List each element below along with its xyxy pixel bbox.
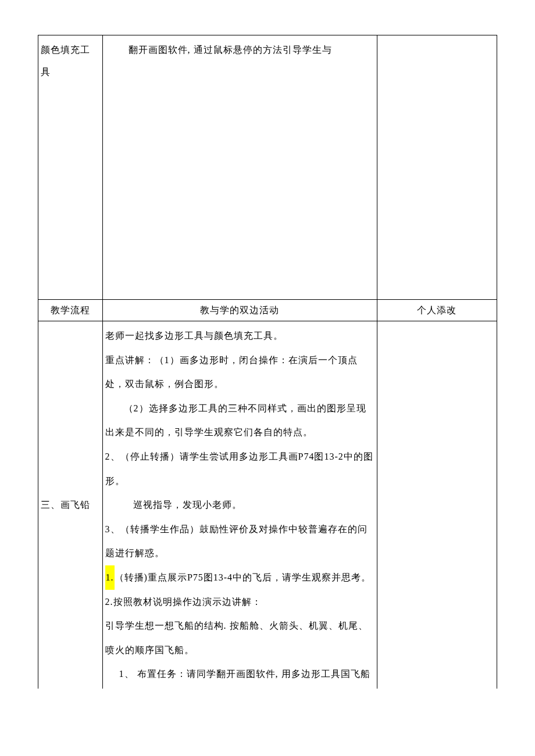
header-text: 教学流程 (51, 305, 90, 315)
text: （转播)重点展示P75图13-4中的飞后，请学生观察并思考。 (115, 572, 372, 582)
paragraph: 3、（转播学生作品）鼓励性评价及对操作中较普遍存在的问题进行解惑。 (105, 517, 374, 565)
cell-header-3: 个人添改 (377, 300, 497, 321)
document-page: 颜色填充工具 翻开画图软件, 通过鼠标悬停的方法引导学生与 教学流程 教与学的双… (0, 0, 535, 689)
text: 翻开画图软件, 通过鼠标悬停的方法引导学生与 (129, 45, 332, 55)
paragraph: 老师一起找多边形工具与颜色填充工具。 (105, 324, 374, 348)
section-label: 三、画飞铅 (41, 500, 90, 510)
body-content: 老师一起找多边形工具与颜色填充工具。 重点讲解：（1）画多边形时，闭台操作：在演… (103, 321, 377, 689)
header-text: 教与学的双边活动 (200, 305, 279, 315)
cell-r1c3 (377, 35, 497, 300)
table-row: 三、画飞铅 老师一起找多边形工具与颜色填充工具。 重点讲解：（1）画多边形时，闭… (38, 321, 497, 689)
paragraph: 巡视指导，发现小老师。 (105, 493, 374, 517)
paragraph: 1、 布置任务：请同学翻开画图软件, 用多边形工具国飞船 (105, 662, 374, 686)
cell-r3c2: 老师一起找多边形工具与颜色填充工具。 重点讲解：（1）画多边形时，闭台操作：在演… (102, 321, 377, 689)
table-header-row: 教学流程 教与学的双边活动 个人添改 (38, 300, 497, 321)
paragraph: 1.（转播)重点展示P75图13-4中的飞后，请学生观察并思考。 (105, 565, 374, 590)
highlight-mark: 1. (105, 565, 115, 590)
paragraph: （2）选择多边形工具的三种不同样式，画出的图形呈现出来是不同的，引导学生观察它们… (105, 396, 374, 445)
header-text: 个人添改 (417, 305, 456, 315)
cell-r1c2: 翻开画图软件, 通过鼠标悬停的方法引导学生与 (102, 35, 377, 300)
cell-r3c3 (377, 321, 497, 689)
table-row: 颜色填充工具 翻开画图软件, 通过鼠标悬停的方法引导学生与 (38, 35, 497, 300)
paragraph: 引导学生想一想飞船的结构. 按船舱、火箭头、机翼、机尾、喷火的顺序国飞船。 (105, 614, 374, 662)
cell-header-1: 教学流程 (38, 300, 103, 321)
cell-r3c1: 三、画飞铅 (38, 321, 103, 689)
text: 颜色填充工具 (41, 45, 90, 77)
paragraph: 2、（停止转播）请学生尝试用多边形工具画P74图13-2中的图形。 (105, 445, 374, 493)
paragraph: 重点讲解：（1）画多边形时，闭台操作：在演后一个顶点处，双击鼠标，例合图形。 (105, 348, 374, 396)
lesson-table: 颜色填充工具 翻开画图软件, 通过鼠标悬停的方法引导学生与 教学流程 教与学的双… (38, 35, 497, 689)
cell-r1c1: 颜色填充工具 (38, 35, 103, 300)
paragraph: 2.按照教材说明操作边演示边讲解： (105, 590, 374, 614)
cell-header-2: 教与学的双边活动 (102, 300, 377, 321)
